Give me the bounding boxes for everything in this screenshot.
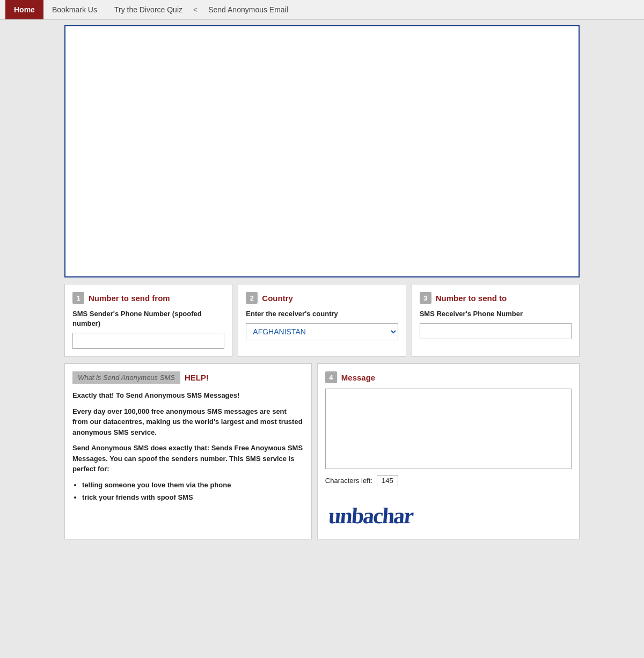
step2-label: Enter the receiver's country xyxy=(246,309,398,319)
captcha-area: unbachar xyxy=(325,494,572,531)
step1-card: 1 Number to send from SMS Sender's Phone… xyxy=(64,284,232,357)
nav-home[interactable]: Home xyxy=(5,0,43,19)
step1-input[interactable] xyxy=(72,333,224,349)
ad-banner xyxy=(64,25,580,277)
info-header: What is Send Anonymous SMS HELP! xyxy=(72,371,304,384)
nav-separator: < xyxy=(191,5,200,14)
nav-anonymous-email[interactable]: Send Anonymous Email xyxy=(200,0,297,19)
form-row-steps: 1 Number to send from SMS Sender's Phone… xyxy=(64,284,580,357)
info-para-2: Every day over 100,000 free anonymous SM… xyxy=(72,406,304,438)
info-para-3: Send Anonymous SMS does exactly that: Se… xyxy=(72,443,304,474)
step3-label: SMS Receiver's Phone Number xyxy=(420,309,572,319)
captcha-image: unbachar xyxy=(325,494,433,531)
step1-title: Number to send from xyxy=(89,294,170,303)
info-service-label: What is Send Anonymous SMS xyxy=(72,371,180,384)
step2-title: Country xyxy=(262,294,293,303)
message-textarea[interactable] xyxy=(325,389,572,469)
step3-number: 3 xyxy=(420,292,431,304)
step1-label: SMS Sender's Phone Number (spoofed numbe… xyxy=(72,309,224,328)
step3-header: 3 Number to send to xyxy=(420,292,572,304)
step3-title: Number to send to xyxy=(436,294,507,303)
step1-number: 1 xyxy=(72,292,84,304)
step3-card: 3 Number to send to SMS Receiver's Phone… xyxy=(412,284,580,357)
step2-card: 2 Country Enter the receiver's country A… xyxy=(238,284,406,357)
info-list: telling someone you love them via the ph… xyxy=(72,480,304,503)
page-wrapper: 1 Number to send from SMS Sender's Phone… xyxy=(59,20,585,545)
info-list-item-2: trick your friends with spoof SMS xyxy=(82,492,304,503)
step2-number: 2 xyxy=(246,292,258,304)
captcha-svg: unbachar xyxy=(325,494,433,531)
step3-input[interactable] xyxy=(420,323,572,339)
step2-header: 2 Country xyxy=(246,292,398,304)
info-help-link[interactable]: HELP! xyxy=(185,373,209,382)
step4-number: 4 xyxy=(325,371,337,383)
step4-header: 4 Message xyxy=(325,371,572,383)
captcha-text: unbachar xyxy=(327,503,414,528)
info-list-item-1: telling someone you love them via the ph… xyxy=(82,480,304,491)
info-card: What is Send Anonymous SMS HELP! Exactly… xyxy=(64,363,312,539)
navigation: Home Bookmark Us Try the Divorce Quiz < … xyxy=(0,0,644,20)
chars-label: Characters left: xyxy=(325,477,372,485)
bottom-row: What is Send Anonymous SMS HELP! Exactly… xyxy=(64,363,580,539)
nav-divorce-quiz[interactable]: Try the Divorce Quiz xyxy=(106,0,191,19)
chars-row: Characters left: 145 xyxy=(325,475,572,486)
chars-count: 145 xyxy=(377,475,398,486)
nav-bookmark[interactable]: Bookmark Us xyxy=(43,0,106,19)
step4-title: Message xyxy=(341,373,375,382)
country-select[interactable]: AFGHANISTAN xyxy=(246,323,398,340)
message-card: 4 Message Characters left: 145 unbachar xyxy=(317,363,580,539)
step1-header: 1 Number to send from xyxy=(72,292,224,304)
info-para-1: Exactly that! To Send Anonymous SMS Mess… xyxy=(72,390,304,401)
